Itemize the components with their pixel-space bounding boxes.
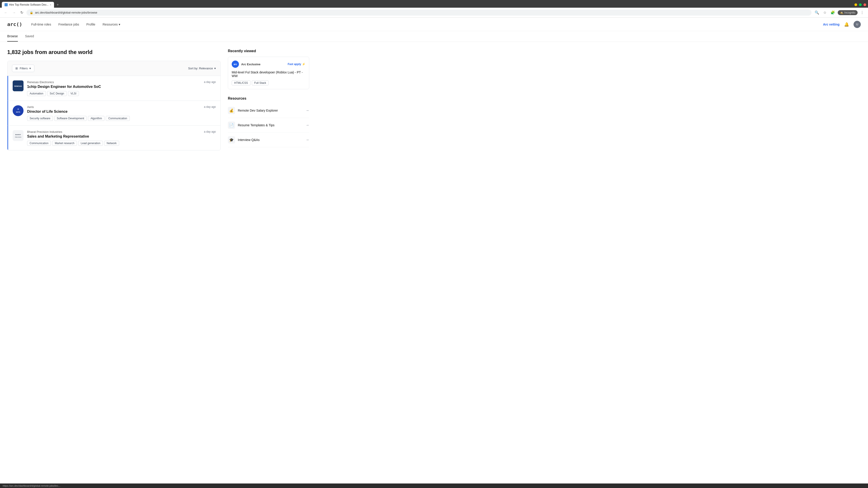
recently-viewed-section: Recently viewed arc Arc Exclusive Fast a… <box>228 49 309 89</box>
main-nav: Full-time roles Freelance jobs Profile R… <box>31 23 823 26</box>
aeris-logo-svg: ✻ aeris <box>13 105 24 116</box>
job-card-bharat[interactable]: BHARAT PRECISION Bharat Precision Indust… <box>7 126 220 150</box>
nav-freelance[interactable]: Freelance jobs <box>58 23 79 26</box>
job-card-renesas[interactable]: RENESAS Renesas Electronics 1chip Design… <box>7 76 220 101</box>
job-info-bharat: Bharat Precision Industries Sales and Ma… <box>27 130 200 146</box>
minimize-button[interactable] <box>855 3 857 6</box>
tab-title: Hire Top Remote Software Dev... <box>9 3 49 6</box>
avatar[interactable]: U <box>854 21 861 28</box>
tag-network: Network <box>104 141 119 146</box>
resources-title: Resources <box>228 96 309 101</box>
nav-profile[interactable]: Profile <box>86 23 95 26</box>
company-logo-bharat: BHARAT PRECISION <box>13 130 24 141</box>
fast-apply-badge[interactable]: Fast apply ⚡ <box>288 63 305 66</box>
browser-chrome: Hire Top Remote Software Dev... × + ← → … <box>0 0 868 18</box>
job-info-renesas: Renesas Electronics 1chip Design Enginee… <box>27 80 200 96</box>
svg-text:PRECISION: PRECISION <box>15 136 21 138</box>
resource-salary-explorer[interactable]: 💰 Remote Dev Salary Explorer → <box>228 103 309 118</box>
tag-communication: Communication <box>106 116 129 121</box>
resource-resume-arrow: → <box>306 123 309 127</box>
tag-algorithm: Algorithm <box>88 116 104 121</box>
reload-button[interactable]: ↻ <box>19 9 25 15</box>
tab-saved[interactable]: Saved <box>25 31 34 41</box>
chevron-down-icon: ▾ <box>119 23 120 26</box>
rv-company-name: Arc Exclusive <box>241 63 260 66</box>
app-header: arc() Full-time roles Freelance jobs Pro… <box>0 18 868 31</box>
resume-icon: 📄 <box>228 122 235 129</box>
active-tab[interactable]: Hire Top Remote Software Dev... × <box>2 2 54 8</box>
tag-communication-bharat: Communication <box>27 141 51 146</box>
filter-icon: ⊞ <box>16 67 18 70</box>
tag-vlsi: VLSI <box>68 91 79 96</box>
close-window-button[interactable] <box>864 3 866 6</box>
company-name-bharat: Bharat Precision Industries <box>27 130 200 133</box>
main-content: 1,832 jobs from around the world ⊞ Filte… <box>0 42 316 158</box>
tag-software-development: Software Development <box>54 116 87 121</box>
page-tabs: Browse Saved <box>0 31 868 42</box>
arc-vetting-link[interactable]: Arc vetting <box>823 23 839 26</box>
job-title-aeris: Director of Life Science <box>27 109 200 113</box>
rv-logo: arc <box>232 61 239 68</box>
job-tags-aeris: Security software Software Development A… <box>27 116 200 121</box>
resource-interview-qas[interactable]: 🎓 Interview Q&As → <box>228 133 309 147</box>
nav-resources-label: Resources <box>103 23 118 26</box>
address-bar[interactable]: 🔒 arc.dev/dashboard/d/global-remote-jobs… <box>26 9 811 15</box>
nav-full-time[interactable]: Full-time roles <box>31 23 51 26</box>
job-time-bharat: a day ago <box>204 130 216 133</box>
toolbar-actions: 🔍 ☆ 🧩 🕵️ Incognito ⋮ <box>813 9 865 15</box>
recently-viewed-title: Recently viewed <box>228 49 309 53</box>
salary-icon: 💰 <box>228 107 235 114</box>
company-logo-aeris: ✻ aeris <box>13 105 24 116</box>
resource-resume-templates[interactable]: 📄 Resume Templates & Tips → <box>228 118 309 133</box>
bookmark-button[interactable]: ☆ <box>822 9 828 15</box>
sort-arrow-icon: ▾ <box>214 67 216 70</box>
search-button[interactable]: 🔍 <box>813 9 820 15</box>
menu-button[interactable]: ⋮ <box>859 9 865 15</box>
lightning-icon: ⚡ <box>302 63 305 66</box>
back-button[interactable]: ← <box>3 10 9 15</box>
jobs-container: ⊞ Filters ▾ Sort by: Relevance ▾ RENESAS <box>7 61 221 151</box>
tab-favicon <box>4 3 8 6</box>
svg-text:RENESAS: RENESAS <box>14 86 22 87</box>
lock-icon: 🔒 <box>30 11 33 14</box>
company-name-aeris: Aeris <box>27 105 200 109</box>
rv-tags: HTML/CSS Full Stack <box>232 80 305 86</box>
incognito-badge: 🕵️ Incognito <box>838 10 858 15</box>
header-right: Arc vetting 🔔 U <box>823 21 861 28</box>
new-tab-button[interactable]: + <box>55 2 61 8</box>
rv-tag-full-stack: Full Stack <box>252 80 269 86</box>
notification-button[interactable]: 🔔 <box>843 21 850 28</box>
arc-logo[interactable]: arc() <box>7 22 22 27</box>
sort-label: Sort by: Relevance <box>188 67 213 70</box>
nav-resources[interactable]: Resources ▾ <box>103 23 120 26</box>
tab-close-icon[interactable]: × <box>50 3 51 6</box>
forward-button[interactable]: → <box>11 10 17 15</box>
resource-interview-label: Interview Q&As <box>238 138 303 142</box>
sidebar: Recently viewed arc Arc Exclusive Fast a… <box>228 49 309 151</box>
interview-icon: 🎓 <box>228 136 235 143</box>
job-card-aeris[interactable]: ✻ aeris Aeris Director of Life Science S… <box>7 101 220 126</box>
job-info-aeris: Aeris Director of Life Science Security … <box>27 105 200 121</box>
sort-control[interactable]: Sort by: Relevance ▾ <box>188 67 216 70</box>
job-tags-renesas: Automation SoC Design VLSI <box>27 91 200 96</box>
filters-button[interactable]: ⊞ Filters ▾ <box>12 65 34 72</box>
fast-apply-label: Fast apply <box>288 63 301 66</box>
recently-viewed-card[interactable]: arc Arc Exclusive Fast apply ⚡ Mid-level… <box>228 57 309 89</box>
address-text[interactable]: arc.dev/dashboard/d/global-remote-jobs/b… <box>35 11 808 14</box>
resource-resume-label: Resume Templates & Tips <box>238 123 303 127</box>
renesas-logo-svg: RENESAS <box>13 80 24 91</box>
job-listing-section: 1,832 jobs from around the world ⊞ Filte… <box>7 49 221 151</box>
job-tags-bharat: Communication Market research Lead gener… <box>27 141 200 146</box>
tab-browse[interactable]: Browse <box>7 31 18 41</box>
svg-text:BHARAT: BHARAT <box>16 134 21 135</box>
svg-rect-5 <box>13 130 24 141</box>
job-time-renesas: a day ago <box>204 80 216 84</box>
tag-automation: Automation <box>27 91 46 96</box>
incognito-icon: 🕵️ <box>840 11 843 14</box>
maximize-button[interactable] <box>859 3 862 6</box>
tag-market-research: Market research <box>52 141 77 146</box>
browser-toolbar: ← → ↻ 🔒 arc.dev/dashboard/d/global-remot… <box>0 8 868 18</box>
job-title-renesas: 1chip Design Engineer for Automotive SoC <box>27 85 200 89</box>
rv-card-header: arc Arc Exclusive Fast apply ⚡ <box>232 61 305 68</box>
extensions-button[interactable]: 🧩 <box>829 9 836 15</box>
